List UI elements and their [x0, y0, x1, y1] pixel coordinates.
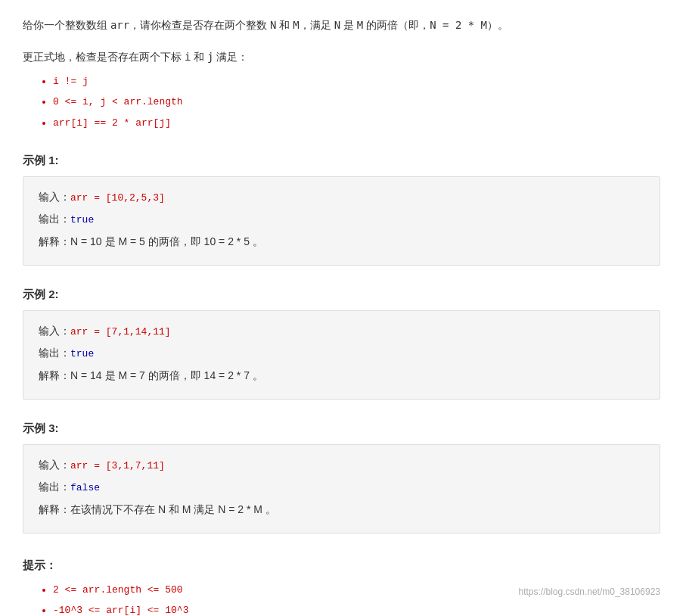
example-3-input-value: arr = [3,1,7,11] — [70, 460, 165, 471]
example-2-explain: 解释：N = 14 是 M = 7 的两倍，即 14 = 2 * 7 。 — [39, 366, 644, 385]
desc-text-cn7: ）。 — [487, 19, 508, 31]
example-2-output-label: 输出： — [39, 347, 70, 359]
desc-text-cn2: ，请你检查是否存在两个整数 — [129, 19, 270, 31]
desc-text-cn3: 和 — [277, 19, 293, 31]
hint-item-2: -10^3 <= arr[i] <= 10^3 — [53, 602, 660, 616]
example-3-explain-text: 在该情况下不存在 N 和 M 满足 N = 2 * M 。 — [70, 503, 276, 515]
formal-description: 更正式地，检查是否存在两个下标 i 和 j 满足： — [23, 48, 660, 67]
desc-m-code: M — [293, 19, 299, 31]
example-1-input-value: arr = [10,2,5,3] — [70, 192, 165, 204]
problem-container: 给你一个整数数组 arr，请你检查是否存在两个整数 N 和 M，满足 N 是 M… — [23, 15, 660, 616]
example-2-output-value: true — [70, 348, 94, 359]
desc-n2-code: N — [334, 19, 340, 31]
condition-item-2: 0 <= i, j < arr.length — [53, 93, 660, 110]
desc-n-code: N — [270, 19, 276, 31]
condition-item-3: arr[i] == 2 * arr[j] — [53, 114, 660, 132]
hints-title: 提示： — [23, 555, 660, 575]
example-2-output: 输出：true — [39, 344, 644, 362]
formal-text2: 和 — [191, 51, 207, 63]
desc-formula-code: N = 2 * M — [430, 19, 487, 31]
example-3-input: 输入：arr = [3,1,7,11] — [39, 456, 644, 474]
example-1-input-label: 输入： — [39, 191, 70, 203]
example-2-input-label: 输入： — [39, 325, 70, 337]
example-2-input: 输入：arr = [7,1,14,11] — [39, 322, 644, 341]
example-3-input-label: 输入： — [39, 459, 70, 471]
example-3-explain: 解释：在该情况下不存在 N 和 M 满足 N = 2 * M 。 — [39, 500, 644, 519]
example-1-output-label: 输出： — [39, 213, 70, 225]
formal-j: j — [207, 51, 213, 63]
example-2-block: 输入：arr = [7,1,14,11] 输出：true 解释：N = 14 是… — [23, 310, 660, 400]
example-1-explain: 解释：N = 10 是 M = 5 的两倍，即 10 = 2 * 5 。 — [39, 232, 644, 251]
desc-arr-code: arr — [110, 19, 129, 31]
example-1-explain-text: N = 10 是 M = 5 的两倍，即 10 = 2 * 5 。 — [70, 235, 263, 247]
example-2-title: 示例 2: — [23, 284, 660, 304]
example-1-block: 输入：arr = [10,2,5,3] 输出：true 解释：N = 10 是 … — [23, 176, 660, 266]
example-1-output-value: true — [70, 214, 94, 226]
example-1-input: 输入：arr = [10,2,5,3] — [39, 188, 644, 207]
example-3-output: 输出：false — [39, 478, 644, 496]
watermark: https://blog.csdn.net/m0_38106923 — [519, 584, 660, 601]
example-3-output-value: false — [70, 482, 100, 493]
desc-text-cn6: 的两倍（即， — [363, 19, 430, 31]
example-1-output: 输出：true — [39, 210, 644, 229]
example-3-block: 输入：arr = [3,1,7,11] 输出：false 解释：在该情况下不存在… — [23, 444, 660, 534]
example-1-explain-label: 解释： — [39, 235, 70, 247]
example-1-title: 示例 1: — [23, 150, 660, 170]
example-3-title: 示例 3: — [23, 418, 660, 438]
desc-text-cn4: ，满足 — [300, 19, 334, 31]
desc-text-cn1: 给你一个整数数组 — [23, 19, 110, 31]
conditions-list: i != j 0 <= i, j < arr.length arr[i] == … — [23, 73, 660, 132]
example-2-input-value: arr = [7,1,14,11] — [70, 326, 171, 338]
formal-text1: 更正式地，检查是否存在两个下标 — [23, 51, 185, 63]
condition-item-1: i != j — [53, 73, 660, 90]
example-3-output-label: 输出： — [39, 481, 70, 493]
desc-text-cn5: 是 — [340, 19, 357, 31]
formal-text3: 满足： — [214, 51, 249, 63]
problem-description: 给你一个整数数组 arr，请你检查是否存在两个整数 N 和 M，满足 N 是 M… — [23, 15, 660, 36]
example-2-explain-label: 解释： — [39, 369, 70, 381]
example-2-explain-text: N = 14 是 M = 7 的两倍，即 14 = 2 * 7 。 — [70, 369, 263, 381]
example-3-explain-label: 解释： — [39, 503, 70, 515]
